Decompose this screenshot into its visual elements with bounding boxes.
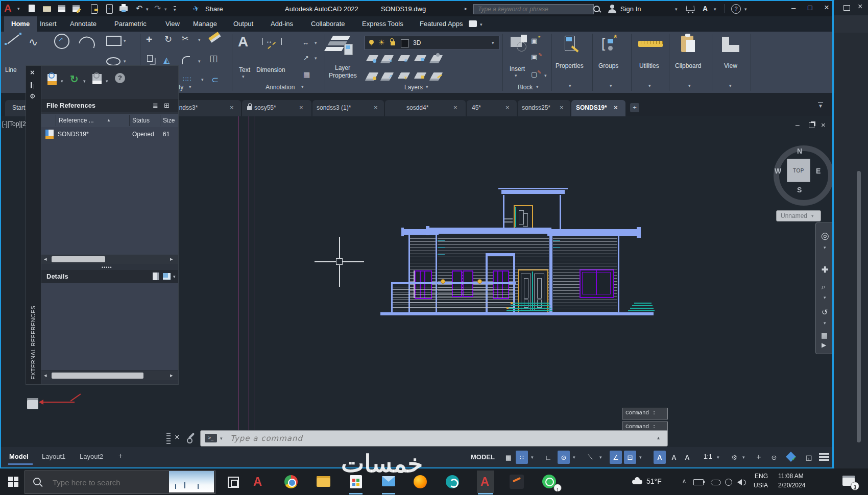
new-file-icon[interactable]	[29, 5, 35, 12]
layer-combo-dropdown-icon[interactable]: ▾	[492, 41, 494, 45]
ellipse-dropdown-icon[interactable]: ▾	[124, 59, 126, 64]
reference-row[interactable]: SONDS19* Opened 61	[41, 129, 178, 140]
layer-off-icon[interactable]	[366, 55, 378, 61]
palette-close-icon[interactable]: ×	[30, 68, 35, 77]
layer-properties-icon[interactable]	[331, 36, 351, 40]
undo-dropdown-icon[interactable]: ▾	[146, 7, 149, 12]
annotation-panel-dropdown-icon[interactable]: ▾	[301, 85, 304, 89]
search-expand-icon[interactable]: ▸	[465, 6, 467, 11]
model-tab[interactable]: Model	[9, 453, 29, 460]
tray-date[interactable]: 2/20/2024	[778, 482, 805, 489]
tab-home[interactable]: Home	[4, 16, 37, 32]
palette-autohide-icon[interactable]	[31, 82, 32, 88]
properties-panel-label[interactable]: Properties	[556, 62, 584, 69]
file-tab-sondss3-1[interactable]: sondss3 (1)* ×	[312, 100, 384, 116]
user-icon[interactable]	[610, 5, 614, 9]
help-dropdown-icon[interactable]: ▾	[744, 7, 747, 12]
palette-title-strip[interactable]: × ⚙ EXTERNAL REFERENCES	[26, 65, 42, 385]
rectangle-tool-icon[interactable]	[106, 36, 122, 46]
clean-screen-icon[interactable]: ◱	[803, 451, 815, 464]
tab-close-icon[interactable]: ×	[453, 104, 457, 111]
h-scrollbar[interactable]: ◂ ▸	[41, 255, 178, 264]
file-tab-sondss25[interactable]: sondss25* ×	[518, 100, 570, 116]
annotation-visibility-icon[interactable]: A	[654, 451, 666, 464]
app-menu-dropdown-icon[interactable]: ▾	[17, 7, 20, 11]
line-label[interactable]: Line	[5, 66, 17, 73]
view-panel-dropdown-icon[interactable]: ▾	[729, 84, 732, 88]
insert-dropdown-icon[interactable]: ▾	[515, 73, 517, 78]
taskbar-search-input[interactable]	[52, 474, 166, 490]
edit-attributes-icon[interactable]: ▢	[531, 70, 537, 78]
tab-annotate[interactable]: Annotate	[70, 20, 97, 28]
open-folder-icon[interactable]	[43, 6, 51, 12]
tab-output[interactable]: Output	[233, 20, 253, 28]
clipboard-panel-dropdown-icon[interactable]: ▾	[688, 84, 691, 88]
tray-region[interactable]: USIA	[754, 482, 768, 489]
tray-expand-icon[interactable]: ∧	[682, 478, 686, 484]
share-label[interactable]: Share	[205, 5, 223, 13]
autoscale-icon[interactable]: A	[668, 451, 680, 464]
scroll-right-icon[interactable]: ▸	[170, 372, 173, 379]
ellipse-tool-icon[interactable]	[106, 57, 120, 66]
scroll-thumb[interactable]	[52, 256, 105, 262]
file-tab-45[interactable]: 45* ×	[467, 100, 517, 116]
save-icon[interactable]	[58, 5, 65, 12]
close-button[interactable]: ×	[824, 3, 829, 13]
taskbar-autocad-active[interactable]: A	[477, 471, 494, 493]
column-reference[interactable]: Reference ...	[59, 117, 94, 124]
refresh-dropdown-icon[interactable]: ▾	[83, 79, 86, 84]
start-button[interactable]	[8, 477, 13, 481]
autodesk-app-dropdown-icon[interactable]: ▾	[714, 7, 716, 12]
create-block-icon[interactable]: ▣	[531, 37, 537, 44]
column-status[interactable]: Status	[132, 117, 150, 124]
volume-icon[interactable]	[737, 479, 742, 485]
layers-panel-dropdown-icon[interactable]: ▾	[426, 85, 428, 89]
insert-label[interactable]: Insert	[510, 65, 525, 72]
layer-lock-icon[interactable]	[414, 55, 426, 61]
layer-unlock-icon[interactable]	[391, 41, 395, 45]
maximize-button[interactable]: □	[808, 4, 812, 12]
mirror-tool-icon[interactable]: ◭	[163, 55, 170, 65]
object-snap-icon[interactable]: ⊡	[624, 451, 636, 464]
attach-dropdown-icon[interactable]: ▾	[61, 79, 63, 84]
block-panel-dropdown-icon[interactable]: ▾	[536, 85, 539, 89]
tab-close-icon[interactable]: ×	[560, 104, 564, 111]
archive-dropdown-icon[interactable]: ▾	[106, 79, 108, 84]
fillet-dropdown-icon[interactable]: ▾	[198, 59, 201, 64]
autodesk-app-icon[interactable]: A	[703, 5, 708, 13]
groups-panel-label[interactable]: Groups	[598, 62, 618, 69]
leader-icon[interactable]: ↗	[303, 54, 309, 62]
bg-window-scrollbar[interactable]	[857, 171, 861, 442]
palette-settings-icon[interactable]: ⚙	[30, 92, 36, 100]
tray-language[interactable]: ENG	[755, 473, 768, 480]
list-view-icon[interactable]: ≣	[153, 102, 158, 109]
dimension-label[interactable]: Dimension	[256, 66, 285, 73]
array-tool-icon[interactable]: ∷∷	[183, 76, 191, 83]
keyword-search-input[interactable]	[473, 4, 594, 14]
rotate-tool-icon[interactable]: ↻	[164, 35, 172, 44]
layer-turn-on-icon[interactable]	[366, 72, 378, 79]
minimize-button[interactable]: –	[791, 3, 795, 12]
snap-dropdown-icon[interactable]: ▾	[531, 455, 534, 460]
line-tool-icon[interactable]	[7, 35, 19, 44]
offset-tool-icon[interactable]: ⊂	[211, 75, 219, 85]
new-tab-button[interactable]: +	[630, 103, 639, 112]
layer-combo-value[interactable]: 3D	[413, 39, 421, 46]
trim-dropdown-icon[interactable]: ▾	[198, 38, 201, 42]
dim-linear-icon[interactable]: ↔	[302, 39, 309, 46]
tab-express-tools[interactable]: Express Tools	[362, 20, 403, 28]
cart-icon[interactable]	[686, 6, 694, 11]
gear-dropdown-icon[interactable]: ▾	[742, 455, 745, 460]
column-size[interactable]: Size	[163, 117, 175, 124]
grid-display-icon[interactable]: ▦	[502, 451, 515, 464]
bg-window-restore-icon[interactable]	[843, 5, 850, 11]
bg-window-close-icon[interactable]: ×	[858, 2, 862, 11]
refresh-icon[interactable]: ↻	[70, 73, 79, 85]
file-tab-sondss3[interactable]: sondss3* ×	[170, 100, 241, 116]
rectangle-dropdown-icon[interactable]: ▾	[124, 39, 126, 43]
modify-panel-dropdown-icon[interactable]: ▾	[189, 85, 191, 89]
arc-tool-icon[interactable]	[79, 34, 97, 48]
ribbon-collapse-dropdown-icon[interactable]: ▾	[480, 22, 483, 27]
polyline-icon[interactable]: ∿	[29, 37, 38, 48]
tab-close-icon[interactable]: ×	[614, 104, 618, 111]
